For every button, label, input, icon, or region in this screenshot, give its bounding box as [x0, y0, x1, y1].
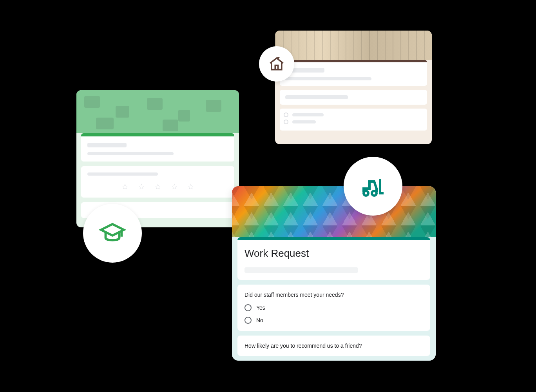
radio-button[interactable]	[244, 304, 252, 311]
education-rating-section: ☆ ☆ ☆ ☆ ☆	[81, 166, 234, 198]
housing-title-section	[280, 60, 427, 86]
housing-card-header	[275, 31, 432, 60]
house-icon	[268, 55, 285, 73]
housing-form-card	[275, 31, 432, 144]
work-card-header	[232, 186, 436, 237]
house-icon-badge	[259, 46, 294, 82]
forklift-icon-badge	[344, 157, 402, 216]
education-card-header	[76, 90, 239, 133]
education-icon-badge	[83, 204, 142, 263]
option-label: Yes	[256, 305, 265, 311]
question-text: How likely are you to recommend us to a …	[244, 343, 423, 349]
option-label: No	[256, 317, 263, 323]
star-icon[interactable]: ☆	[138, 182, 145, 191]
form-title: Work Request	[244, 247, 423, 260]
star-rating[interactable]: ☆ ☆ ☆ ☆ ☆	[87, 182, 228, 191]
housing-options-section	[280, 109, 427, 131]
svg-point-1	[372, 191, 377, 196]
forklift-icon	[359, 172, 387, 200]
radio-option-yes[interactable]: Yes	[244, 304, 423, 311]
education-title-section	[81, 133, 234, 162]
work-title-section: Work Request	[237, 237, 430, 280]
question-text: Did our staff members meet your needs?	[244, 292, 423, 298]
star-icon[interactable]: ☆	[154, 182, 161, 191]
housing-question-section	[280, 90, 427, 105]
svg-point-0	[364, 191, 368, 196]
work-request-card: Work Request Did our staff members meet …	[232, 186, 436, 361]
graduation-cap-icon	[99, 220, 126, 247]
work-question-1: Did our staff members meet your needs? Y…	[237, 285, 430, 331]
radio-option-no[interactable]: No	[244, 317, 423, 324]
work-question-2: How likely are you to recommend us to a …	[237, 336, 430, 356]
star-icon[interactable]: ☆	[187, 182, 194, 191]
star-icon[interactable]: ☆	[121, 182, 129, 191]
radio-button[interactable]	[244, 317, 252, 324]
star-icon[interactable]: ☆	[171, 182, 178, 191]
